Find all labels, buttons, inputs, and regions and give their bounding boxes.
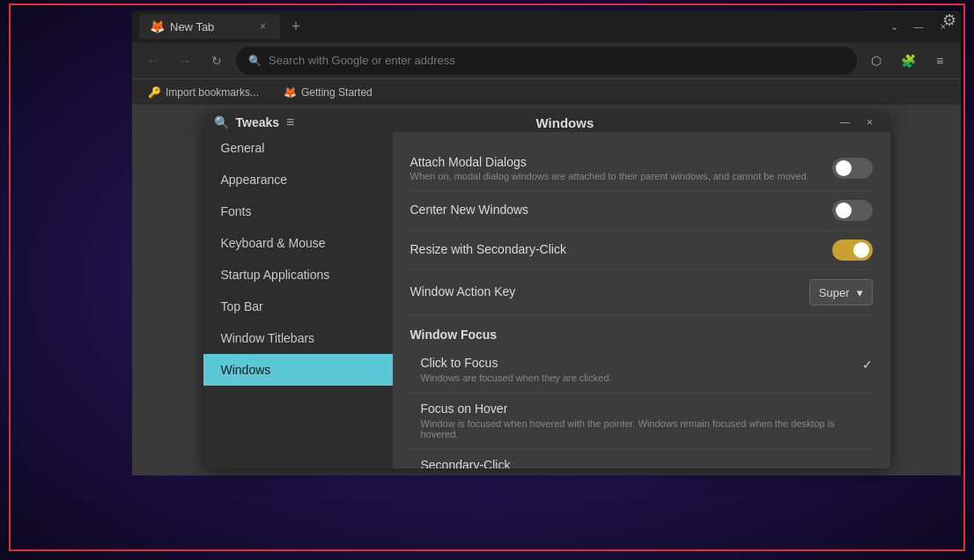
forward-button[interactable]: →: [173, 48, 197, 73]
toggle-resize-click[interactable]: [832, 239, 873, 261]
extension-button[interactable]: 🧩: [896, 48, 920, 73]
sidebar-item-general[interactable]: General: [203, 132, 393, 164]
tweaks-body: General Appearance Fonts Keyboard & Mous…: [203, 132, 890, 468]
bookmark-getting-started[interactable]: 🦊 Getting Started: [278, 85, 378, 100]
focus-option-hover-label: Focus on Hover: [421, 402, 873, 416]
bookmark-getting-started-label: Getting Started: [301, 86, 373, 99]
sidebar-item-window-titlebars[interactable]: Window Titlebars: [203, 322, 393, 354]
focus-option-hover-info: Focus on Hover Window is focused when ho…: [421, 402, 873, 439]
tweaks-close-button[interactable]: ×: [860, 113, 880, 132]
setting-label-resize-click: Resize with Secondary-Click: [410, 242, 832, 256]
sidebar-item-fonts[interactable]: Fonts: [203, 195, 393, 227]
window-action-key-dropdown[interactable]: Super ▾: [809, 279, 873, 306]
toggle-attach-modal[interactable]: [832, 158, 873, 179]
setting-desc-attach-modal: When on, modal dialog windows are attach…: [410, 171, 832, 181]
desktop: ⚙ 🦊 New Tab × + ⌄ — × ← → ↻ 🔍 Searc: [0, 0, 974, 560]
browser-content: 🔍 Tweaks ≡ Windows — × General Appearanc…: [132, 106, 961, 475]
setting-label-window-action-key: Window Action Key: [410, 284, 809, 298]
minimize-button[interactable]: —: [908, 16, 929, 37]
tweaks-sidebar: General Appearance Fonts Keyboard & Mous…: [203, 132, 393, 468]
setting-info-attach-modal: Attach Modal Dialogs When on, modal dial…: [410, 155, 832, 181]
browser-tab-active[interactable]: 🦊 New Tab ×: [139, 14, 280, 39]
tab-label: New Tab: [170, 20, 214, 33]
setting-label-attach-modal: Attach Modal Dialogs: [410, 155, 832, 169]
focus-option-hover[interactable]: Focus on Hover Window is focused when ho…: [410, 393, 873, 449]
focus-option-hover-desc: Window is focused when hovered with the …: [421, 418, 873, 439]
setting-info-center-windows: Center New Windows: [410, 203, 832, 218]
bookmark-import-icon: 🔑: [148, 86, 161, 99]
setting-info-window-action-key: Window Action Key: [410, 284, 809, 300]
focus-option-secondary-label: Secondary-Click: [421, 458, 873, 468]
setting-row-window-action-key: Window Action Key Super ▾: [410, 270, 873, 315]
refresh-button[interactable]: ↻: [204, 48, 229, 73]
tweaks-menu-button[interactable]: ≡: [286, 114, 294, 130]
sidebar-item-keyboard-mouse[interactable]: Keyboard & Mouse: [203, 227, 393, 259]
setting-row-center-windows: Center New Windows: [410, 191, 873, 231]
focus-option-secondary[interactable]: Secondary-Click Window is focused when h…: [410, 449, 873, 468]
window-action-key-value: Super: [819, 286, 850, 299]
tab-bar: 🦊 New Tab × + ⌄ — ×: [132, 11, 961, 42]
focus-option-secondary-info: Secondary-Click Window is focused when h…: [421, 458, 873, 468]
setting-info-resize-click: Resize with Secondary-Click: [410, 242, 832, 258]
browser-window: 🦊 New Tab × + ⌄ — × ← → ↻ 🔍 Search with …: [132, 11, 961, 475]
collapse-button[interactable]: ⌄: [883, 16, 904, 37]
tweaks-titlebar: 🔍 Tweaks ≡ Windows — ×: [203, 113, 890, 132]
tweaks-window-controls: — ×: [836, 113, 880, 132]
tweaks-search-icon[interactable]: 🔍: [214, 115, 229, 129]
tweaks-main-panel: Attach Modal Dialogs When on, modal dial…: [393, 132, 890, 468]
sidebar-item-top-bar[interactable]: Top Bar: [203, 291, 393, 322]
window-focus-heading: Window Focus: [410, 315, 873, 347]
setting-row-attach-modal: Attach Modal Dialogs When on, modal dial…: [410, 146, 873, 191]
url-bar-area: ← → ↻ 🔍 Search with Google or enter addr…: [132, 42, 961, 79]
tweaks-app: 🔍 Tweaks ≡ Windows — × General Appearanc…: [203, 113, 890, 468]
firefox-tab-icon: 🦊: [150, 19, 165, 33]
focus-check-icon: ✓: [862, 357, 873, 372]
focus-option-click-label: Click to Focus: [421, 356, 862, 370]
focus-option-click[interactable]: Click to Focus Windows are focused when …: [410, 347, 873, 393]
toggle-center-windows[interactable]: [832, 200, 873, 221]
back-button[interactable]: ←: [141, 48, 166, 73]
new-tab-button[interactable]: +: [284, 14, 308, 39]
dropdown-arrow-icon: ▾: [857, 286, 863, 299]
bookmarks-bar: 🔑 Import bookmarks... 🦊 Getting Started: [132, 79, 961, 106]
search-placeholder: Search with Google or enter address: [269, 54, 455, 67]
tweaks-window-title: Windows: [294, 115, 835, 130]
sidebar-item-startup-applications[interactable]: Startup Applications: [203, 259, 393, 291]
bookmark-import[interactable]: 🔑 Import bookmarks...: [143, 85, 264, 100]
tab-close-button[interactable]: ×: [256, 18, 269, 34]
browser-menu-button[interactable]: ≡: [927, 48, 952, 73]
tweaks-app-title: Tweaks: [236, 115, 280, 129]
search-icon: 🔍: [248, 55, 262, 67]
sidebar-item-windows[interactable]: Windows: [203, 354, 393, 386]
gear-icon[interactable]: ⚙: [942, 11, 956, 30]
url-bar[interactable]: 🔍 Search with Google or enter address: [236, 47, 857, 75]
setting-label-center-windows: Center New Windows: [410, 203, 832, 217]
setting-row-resize-click: Resize with Secondary-Click: [410, 231, 873, 270]
sidebar-item-appearance[interactable]: Appearance: [203, 164, 393, 195]
bookmark-import-label: Import bookmarks...: [166, 86, 259, 99]
focus-option-click-info: Click to Focus Windows are focused when …: [421, 356, 862, 383]
tweaks-minimize-button[interactable]: —: [836, 113, 855, 132]
bookmark-firefox-icon: 🦊: [284, 86, 297, 99]
pocket-button[interactable]: ⬡: [864, 48, 889, 73]
focus-option-click-desc: Windows are focused when they are clicke…: [421, 372, 862, 383]
